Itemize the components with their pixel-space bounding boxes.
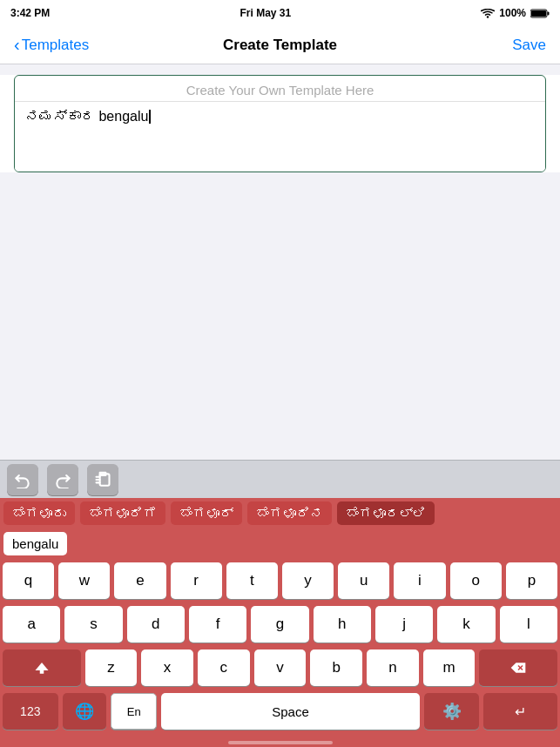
nav-bar: ‹ Templates Create Template Save: [0, 26, 560, 64]
key-k[interactable]: k: [437, 606, 495, 643]
svg-rect-3: [531, 10, 546, 17]
suggestion-item-5[interactable]: ಬೆಂಗಳೂರಲ್ಲಿ: [337, 501, 435, 525]
key-s[interactable]: s: [64, 606, 122, 643]
status-date: Fri May 31: [240, 7, 291, 19]
keyboard-row-4: 123 🌐 En Space ⚙️ ↵: [3, 693, 557, 730]
text-cursor: [149, 110, 151, 124]
keyboard-row-1: q w e r t y u i o p: [3, 562, 557, 599]
key-x[interactable]: x: [141, 649, 193, 686]
delete-key[interactable]: [479, 649, 557, 686]
suggestion-item-4[interactable]: ಬೆಂಗಳೂರಿನ: [247, 501, 332, 525]
redo-button[interactable]: [47, 464, 78, 495]
typed-suggestion[interactable]: bengalu: [3, 532, 67, 555]
key-c[interactable]: c: [198, 649, 250, 686]
key-q[interactable]: q: [3, 562, 54, 599]
save-button[interactable]: Save: [512, 37, 546, 54]
battery-percent: 100%: [499, 7, 526, 19]
template-body[interactable]: ನಮಸ್ಕಾರ bengalu: [15, 102, 545, 172]
svg-point-0: [487, 16, 489, 17]
status-icons: 100%: [481, 7, 550, 19]
svg-marker-5: [35, 663, 48, 670]
undo-button[interactable]: [7, 464, 38, 495]
keyboard-row-3: z x c v b n m: [3, 649, 557, 686]
key-j[interactable]: j: [375, 606, 433, 643]
key-e[interactable]: e: [114, 562, 165, 599]
keyboard-rows: q w e r t y u i o p a s d f g h j k l: [0, 559, 560, 738]
key-m[interactable]: m: [423, 649, 476, 686]
key-r[interactable]: r: [171, 562, 222, 599]
key-w[interactable]: w: [58, 562, 110, 599]
settings-key[interactable]: ⚙️: [424, 693, 480, 730]
paste-button[interactable]: [87, 464, 118, 495]
svg-rect-2: [547, 11, 549, 15]
key-p[interactable]: p: [506, 562, 557, 599]
lang-key[interactable]: En: [111, 693, 157, 730]
status-time: 3:42 PM: [10, 7, 50, 19]
shift-key[interactable]: [3, 649, 81, 686]
key-g[interactable]: g: [251, 606, 308, 643]
key-f[interactable]: f: [189, 606, 246, 643]
page-title: Create Template: [223, 37, 337, 54]
keyboard-row-2: a s d f g h j k l: [3, 606, 557, 643]
suggestion-item-1[interactable]: ಬೆಂಗಳೂರು: [3, 501, 75, 525]
key-u[interactable]: u: [338, 562, 389, 599]
suggestion-bar: ಬೆಂಗಳೂರು ಬೆಂಗಳೂರಿಗೆ ಬೆಂಗಳೂರ್ ಬೆಂಗಳೂರಿನ ಬ…: [0, 498, 560, 528]
key-a[interactable]: a: [3, 606, 60, 643]
back-button[interactable]: ‹ Templates: [14, 35, 89, 55]
battery-icon: [530, 9, 550, 18]
back-arrow-icon: ‹: [14, 35, 20, 55]
typed-suggestion-row: bengalu: [0, 528, 560, 559]
keyboard-container: ಬೆಂಗಳೂರು ಬೆಂಗಳೂರಿಗೆ ಬೆಂಗಳೂರ್ ಬೆಂಗಳೂರಿನ ಬ…: [0, 460, 560, 747]
key-t[interactable]: t: [226, 562, 278, 599]
template-box: Create Your Own Template Here ನಮಸ್ಕಾರ be…: [14, 75, 546, 172]
wifi-icon: [481, 9, 495, 18]
suggestion-item-3[interactable]: ಬೆಂಗಳೂರ್: [171, 501, 242, 525]
suggestion-item-2[interactable]: ಬೆಂಗಳೂರಿಗೆ: [80, 501, 165, 525]
content-area: Create Your Own Template Here ನಮಸ್ಕಾರ be…: [0, 75, 560, 172]
key-z[interactable]: z: [85, 649, 138, 686]
globe-key[interactable]: 🌐: [63, 693, 107, 730]
return-key[interactable]: ↵: [483, 693, 557, 730]
key-v[interactable]: v: [254, 649, 307, 686]
key-y[interactable]: y: [282, 562, 334, 599]
key-n[interactable]: n: [367, 649, 419, 686]
svg-rect-6: [40, 670, 44, 674]
key-o[interactable]: o: [450, 562, 502, 599]
key-l[interactable]: l: [500, 606, 557, 643]
keyboard-toolbar: [0, 460, 560, 498]
key-d[interactable]: d: [127, 606, 185, 643]
home-indicator-area: [0, 738, 560, 747]
back-label: Templates: [22, 37, 89, 54]
home-indicator: [228, 741, 333, 744]
space-key[interactable]: Space: [161, 693, 420, 730]
template-body-text: ನಮಸ್ಕಾರ bengalu: [25, 109, 148, 124]
key-i[interactable]: i: [394, 562, 445, 599]
template-placeholder: Create Your Own Template Here: [15, 76, 545, 102]
status-bar: 3:42 PM Fri May 31 100%: [0, 0, 560, 26]
key-h[interactable]: h: [314, 606, 371, 643]
key-b[interactable]: b: [310, 649, 362, 686]
numbers-key[interactable]: 123: [3, 693, 58, 730]
